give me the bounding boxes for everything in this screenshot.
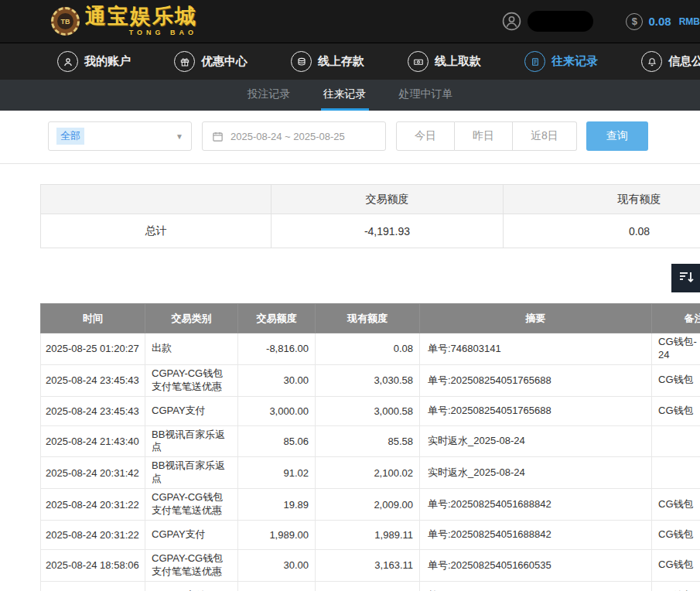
main-nav: 我的账户 优惠中心 线上存款	[0, 43, 700, 80]
cell-amount: 30.00	[238, 364, 316, 396]
cell-note: CG钱包	[652, 489, 700, 521]
cell-type: CGPAY-CG钱包支付笔笔送优惠	[145, 549, 238, 581]
col-header-amount: 交易额度	[238, 304, 316, 333]
cell-note: CG钱包	[652, 520, 700, 549]
logo-text: 通宝娱乐城 TONG BAO	[85, 6, 197, 36]
cell-balance: 85.58	[316, 425, 420, 457]
cell-summary: 单号:746803141	[420, 333, 652, 365]
cell-balance: 3,133.11	[316, 581, 420, 591]
records-icon	[524, 51, 545, 72]
cell-time: 2025-08-24 20:31:22	[41, 520, 145, 549]
date-range-value: 2025-08-24 ~ 2025-08-25	[230, 131, 345, 142]
bell-icon	[641, 51, 662, 72]
tab-betting-records[interactable]: 投注记录	[245, 80, 293, 111]
cell-type: CGPAY支付	[145, 581, 238, 591]
cell-balance: 3,163.11	[316, 549, 420, 581]
cell-time: 2025-08-24 23:45:43	[41, 364, 145, 396]
summary-header-amount: 交易额度	[271, 185, 504, 214]
nav-label: 线上存款	[318, 54, 364, 69]
transactions-table: 时间 交易类别 交易额度 现有额度 摘要 备注 2025-08-25 01:20…	[40, 303, 700, 591]
chevron-down-icon: ▼	[176, 132, 183, 141]
nav-item-withdraw[interactable]: 线上取款	[408, 51, 481, 72]
topbar-right: $ 0.08 RMB	[502, 11, 700, 32]
cell-summary: 实时返水_2025-08-24	[420, 457, 652, 489]
cell-balance: 1,989.11	[316, 520, 420, 549]
gift-icon	[174, 51, 195, 72]
table-row: 2025-08-24 18:58:06 CGPAY支付 3,000.00 3,1…	[41, 581, 700, 591]
nav-item-announcements[interactable]: 信息公告	[641, 51, 700, 72]
cell-note	[652, 457, 700, 489]
calendar-icon	[212, 131, 224, 142]
tab-transaction-records[interactable]: 往来记录	[321, 80, 369, 111]
col-header-summary: 摘要	[420, 304, 652, 333]
cell-note: CG钱包	[652, 364, 700, 396]
nav-label: 往来记录	[551, 54, 598, 69]
table-row: 2025-08-24 18:58:06 CGPAY-CG钱包支付笔笔送优惠 30…	[41, 549, 700, 581]
cell-type: 出款	[145, 333, 238, 365]
category-selected-value: 全部	[56, 128, 84, 145]
search-button[interactable]: 查询	[586, 121, 648, 151]
site-logo[interactable]: TB 通宝娱乐城 TONG BAO	[51, 6, 197, 36]
cell-note: CG钱包	[652, 549, 700, 581]
cell-note: CG钱包-24	[652, 333, 700, 365]
col-header-balance: 现有额度	[316, 304, 420, 333]
dollar-icon: $	[626, 13, 643, 30]
table-row: 2025-08-24 20:31:22 CGPAY支付 1,989.00 1,9…	[41, 520, 700, 549]
cell-time: 2025-08-24 21:43:40	[41, 425, 145, 457]
table-row: 2025-08-24 21:43:40 BB视讯百家乐返点 85.06 85.5…	[41, 425, 700, 457]
withdraw-icon	[408, 51, 429, 72]
sort-descending-icon	[678, 268, 695, 288]
nav-item-promotions[interactable]: 优惠中心	[174, 51, 248, 72]
sort-row	[0, 264, 700, 292]
top-bar: TB 通宝娱乐城 TONG BAO $ 0.08 RMB	[0, 0, 700, 43]
cell-summary: 单号:202508254051765688	[420, 364, 652, 396]
cell-amount: 3,000.00	[238, 396, 316, 425]
nav-label: 优惠中心	[201, 54, 248, 69]
cell-balance: 2,100.02	[316, 457, 420, 489]
cell-summary: 单号:202508254051660535	[420, 581, 652, 591]
chip-icon-label: TB	[57, 13, 73, 29]
summary-header-blank	[41, 185, 271, 214]
cell-time: 2025-08-24 18:58:06	[41, 549, 145, 581]
nav-item-deposit[interactable]: 线上存款	[291, 51, 364, 72]
last-8-days-button[interactable]: 近8日	[513, 121, 577, 151]
wallet-balance: $ 0.08 RMB	[626, 13, 700, 30]
sub-tabs: 投注记录 往来记录 处理中订单	[0, 80, 700, 111]
cell-balance: 0.08	[316, 333, 420, 365]
date-range-picker[interactable]: 2025-08-24 ~ 2025-08-25	[202, 121, 386, 151]
quick-date-buttons: 今日 昨日 近8日	[396, 121, 577, 151]
deposit-icon	[291, 51, 312, 72]
category-dropdown[interactable]: 全部 ▼	[48, 121, 192, 151]
chip-icon: TB	[51, 7, 80, 36]
summary-total-amount: -4,191.93	[271, 214, 504, 248]
table-row: 2025-08-25 01:20:27 出款 -8,816.00 0.08 单号…	[41, 333, 700, 365]
yesterday-button[interactable]: 昨日	[455, 121, 513, 151]
user-avatar-icon[interactable]	[502, 12, 521, 31]
nav-item-records[interactable]: 往来记录	[524, 51, 598, 72]
balance-amount: 0.08	[648, 15, 671, 28]
today-button[interactable]: 今日	[396, 121, 455, 151]
cell-summary: 单号:202508254051660535	[420, 549, 652, 581]
table-header-row: 时间 交易类别 交易额度 现有额度 摘要 备注	[41, 304, 700, 333]
logo-subtitle: TONG BAO	[129, 29, 197, 36]
nav-label: 信息公告	[668, 54, 700, 69]
cell-note: CG钱包	[652, 581, 700, 591]
cell-time: 2025-08-24 20:31:42	[41, 457, 145, 489]
cell-balance: 3,030.58	[316, 364, 420, 396]
tab-processing-orders[interactable]: 处理中订单	[397, 80, 456, 111]
cell-time: 2025-08-24 23:45:43	[41, 396, 145, 425]
user-icon	[57, 51, 78, 72]
cell-amount: 1,989.00	[238, 520, 316, 549]
sort-button[interactable]	[671, 264, 700, 292]
cell-time: 2025-08-24 20:31:22	[41, 489, 145, 521]
nav-item-my-account[interactable]: 我的账户	[57, 51, 131, 72]
cell-note: CG钱包	[652, 396, 700, 425]
col-header-note: 备注	[652, 304, 700, 333]
cell-summary: 单号:202508254051765688	[420, 396, 652, 425]
cell-balance: 2,009.00	[316, 489, 420, 521]
cell-note	[652, 425, 700, 457]
nav-label: 线上取款	[435, 54, 481, 69]
summary-total-row: 总计 -4,191.93 0.08	[41, 214, 700, 248]
cell-type: CGPAY-CG钱包支付笔笔送优惠	[145, 364, 238, 396]
cell-summary: 单号:202508254051688842	[420, 520, 652, 549]
